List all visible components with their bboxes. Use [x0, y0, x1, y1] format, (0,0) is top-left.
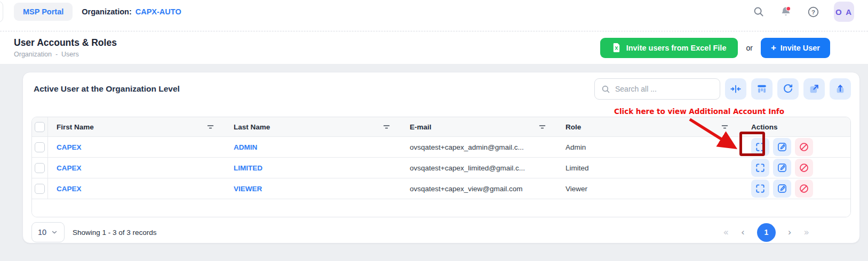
topbar-actions: ? O A: [752, 2, 854, 22]
table-footer: 10 Showing 1 - 3 of 3 records « ‹ 1 › »: [31, 222, 851, 242]
table-row: CAPEX LIMITED ovsqatest+capex_limited@gm…: [32, 157, 850, 178]
view-account-info-button[interactable]: [751, 180, 769, 198]
last-name-link[interactable]: ADMIN: [234, 143, 257, 151]
first-name-link[interactable]: CAPEX: [57, 143, 82, 151]
row-checkbox[interactable]: [35, 163, 45, 173]
search-all-box: [594, 78, 720, 100]
invite-users-excel-label: Invite users from Excel File: [626, 44, 727, 52]
column-label: Last Name: [234, 123, 270, 131]
deactivate-user-button[interactable]: [795, 159, 813, 177]
page-size-select[interactable]: 10: [31, 222, 65, 242]
showing-records-text: Showing 1 - 3 of 3 records: [73, 229, 157, 236]
breadcrumb-current: Users: [61, 51, 79, 58]
filter-icon[interactable]: [721, 124, 729, 130]
ban-icon: [799, 162, 809, 173]
edit-user-button[interactable]: [773, 159, 791, 177]
column-header-role[interactable]: Role: [557, 117, 739, 136]
refresh-button[interactable]: [777, 78, 799, 100]
last-name-link[interactable]: LIMITED: [234, 164, 262, 172]
invite-user-label: Invite User: [781, 44, 820, 52]
or-label: or: [746, 44, 752, 52]
help-icon[interactable]: ?: [807, 5, 819, 18]
annotation-text: Click here to view Additional Account In…: [614, 107, 795, 116]
table-header-row: First Name Last Name E-mail: [32, 117, 850, 136]
current-page-button[interactable]: 1: [757, 223, 776, 242]
chevron-down-icon: [51, 229, 58, 236]
edit-user-button[interactable]: [773, 180, 791, 198]
first-page-button[interactable]: «: [723, 227, 729, 238]
column-label: First Name: [57, 123, 94, 131]
avatar[interactable]: O A: [834, 2, 854, 22]
header-actions: Invite users from Excel File or + Invite…: [600, 38, 830, 58]
open-external-button[interactable]: [803, 78, 825, 100]
plus-icon: +: [771, 43, 776, 53]
row-checkbox-cell: [32, 158, 48, 178]
columns-button[interactable]: [751, 78, 773, 100]
role-cell: Viewer: [557, 178, 739, 199]
breadcrumb: Organization - Users: [14, 51, 117, 58]
card-top: Active User at the Organization Level: [31, 78, 851, 100]
filter-icon[interactable]: [383, 124, 391, 130]
title-block: User Accounts & Roles Organization - Use…: [14, 37, 117, 58]
column-header-last-name[interactable]: Last Name: [225, 117, 401, 136]
filter-icon[interactable]: [206, 124, 214, 130]
row-checkbox-cell: [32, 137, 48, 157]
role-cell: Admin: [557, 137, 739, 157]
external-link-icon: [808, 83, 820, 95]
collapse-columns-icon: [730, 83, 742, 95]
edit-user-button[interactable]: [773, 138, 791, 156]
organization-label: Organization:: [82, 7, 131, 16]
column-header-email[interactable]: E-mail: [401, 117, 557, 136]
email-cell: ovsqatest+capex_view@gmail.com: [401, 178, 557, 199]
first-name-link[interactable]: CAPEX: [57, 164, 82, 172]
select-all-checkbox[interactable]: [35, 122, 45, 132]
search-icon[interactable]: [752, 5, 765, 18]
invite-user-button[interactable]: + Invite User: [761, 38, 830, 58]
table-row: CAPEX VIEWER ovsqatest+capex_view@gmail.…: [32, 178, 850, 199]
users-table: First Name Last Name E-mail: [31, 117, 851, 217]
next-page-button[interactable]: ›: [788, 227, 792, 238]
excel-file-icon: [612, 43, 621, 53]
expand-icon: [755, 183, 766, 194]
sidebar-edge: [0, 1, 3, 22]
header-checkbox-cell: [32, 117, 48, 136]
fit-columns-button[interactable]: [725, 78, 746, 100]
msp-portal-button[interactable]: MSP Portal: [14, 3, 73, 21]
table-row: CAPEX ADMIN ovsqatest+capex_admin@gmail.…: [32, 136, 850, 157]
row-checkbox[interactable]: [35, 184, 45, 194]
page-header: User Accounts & Roles Organization - Use…: [0, 31, 868, 64]
last-name-link[interactable]: VIEWER: [234, 185, 262, 193]
actions-cell: [739, 137, 850, 157]
search-all-input[interactable]: [615, 85, 713, 93]
breadcrumb-parent[interactable]: Organization: [14, 51, 52, 58]
table-controls: [594, 78, 851, 100]
card-heading: Active User at the Organization Level: [31, 84, 180, 94]
export-upload-button[interactable]: [830, 78, 851, 100]
organization-value-link[interactable]: CAPX-AUTO: [136, 7, 181, 16]
notifications-bell-icon[interactable]: [779, 5, 792, 18]
page-title: User Accounts & Roles: [14, 37, 117, 48]
filter-icon[interactable]: [538, 124, 546, 130]
last-page-button[interactable]: »: [804, 227, 809, 238]
prev-page-button[interactable]: ‹: [741, 227, 745, 238]
deactivate-user-button[interactable]: [795, 180, 813, 198]
actions-cell: [739, 178, 850, 199]
search-icon: [601, 85, 610, 94]
table-columns-icon: [756, 83, 768, 95]
email-cell: ovsqatest+capex_admin@gmail.c...: [401, 137, 557, 157]
view-account-info-button[interactable]: [751, 159, 769, 177]
column-label: E-mail: [410, 123, 432, 131]
deactivate-user-button[interactable]: [795, 138, 813, 156]
ban-icon: [799, 142, 809, 152]
expand-icon: [755, 162, 766, 173]
pagination: « ‹ 1 › »: [723, 223, 809, 242]
expand-icon: [755, 142, 766, 152]
column-label: Role: [566, 123, 581, 131]
invite-users-excel-button[interactable]: Invite users from Excel File: [600, 38, 738, 58]
role-cell: Limited: [557, 158, 739, 178]
actions-cell: [739, 158, 850, 178]
view-account-info-button[interactable]: [751, 138, 769, 156]
first-name-link[interactable]: CAPEX: [57, 185, 82, 193]
column-header-first-name[interactable]: First Name: [48, 117, 225, 136]
row-checkbox[interactable]: [35, 142, 45, 152]
